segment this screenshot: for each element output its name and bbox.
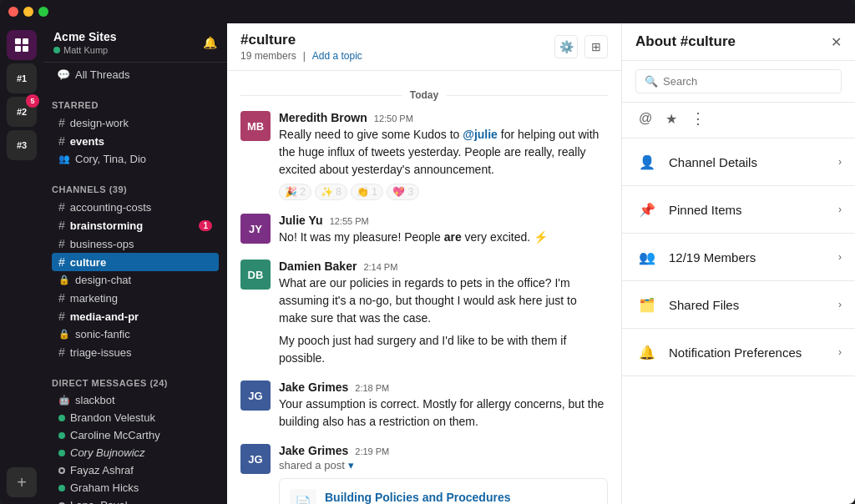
star-button[interactable]: ★ [662,108,680,130]
channel-sonic-fanfic[interactable]: 🔒 sonic-fanfic [52,325,219,343]
mention[interactable]: @julie [463,128,498,141]
reaction-heart[interactable]: 💖 3 [387,184,419,200]
shared-post-label: shared a post ▾ [279,459,608,471]
dm-section-label: DIRECT MESSAGES (24) [52,378,219,388]
chat-header-actions: ⚙️ ⊞ [554,35,608,58]
msg-content-1: Meredith Brown 12:50 PM Really need to g… [279,111,608,200]
right-panel-notification-prefs[interactable]: 🔔 Notification Preferences › [622,329,855,376]
more-options-button[interactable]: ⋮ [687,106,709,131]
workspace-name[interactable]: Acme Sites [53,30,116,43]
maximize-button[interactable] [38,7,48,17]
reactions: 🎉 2 ✨ 8 👏 1 💖 3 [279,184,608,200]
channel-design-chat[interactable]: 🔒 design-chat [52,271,219,289]
right-panel-pinned-items[interactable]: 📌 Pinned Items › [622,186,855,234]
notification-prefs-icon: 🔔 [635,340,659,364]
online-status-icon [58,485,65,491]
right-panel-header: About #culture ✕ [622,23,855,61]
app-icon-2[interactable]: #1 [7,63,37,93]
app-icon-3[interactable]: #2 5 [7,97,37,127]
dm-slackbot[interactable]: 🤖 slackbot [52,391,219,409]
shared-post-title[interactable]: Building Policies and Procedures [325,491,511,504]
msg-time: 2:18 PM [355,383,389,393]
search-icon: 🔍 [645,75,658,88]
chat-body: Today MB Meredith Brown 12:50 PM Really … [227,71,621,504]
starred-events[interactable]: # events [52,132,219,150]
search-input[interactable] [663,75,832,88]
add-topic-link[interactable]: Add a topic [312,50,362,62]
message-1: MB Meredith Brown 12:50 PM Really need t… [240,111,608,200]
channel-accounting-costs[interactable]: # accounting-costs [52,198,219,216]
close-panel-button[interactable]: ✕ [831,34,842,50]
pinned-items-label: Pinned Items [669,203,742,217]
right-panel-channel-details[interactable]: 👤 Channel Details › [622,139,855,186]
msg-text: Really need to give some Kudos to @julie… [279,126,608,179]
online-status-icon [58,415,65,421]
starred-dm-cory-tina-dio[interactable]: 👥 Cory, Tina, Dio [52,150,219,168]
bold-word: are [444,230,462,244]
avatar-damien: DB [240,260,271,290]
message-3: DB Damien Baker 2:14 PM What are our pol… [240,260,608,367]
minimize-button[interactable] [23,7,33,17]
online-status-icon [58,450,65,456]
reaction-sparkles[interactable]: ✨ 8 [315,184,347,200]
msg-content-5: Jake Grimes 2:19 PM shared a post ▾ 📄 Bu… [279,444,608,504]
channel-culture[interactable]: # culture [52,253,219,271]
dm-graham-hicks[interactable]: Graham Hicks [52,479,219,496]
starred-design-work[interactable]: # design-work [52,113,219,132]
starred-section: STARRED # design-work # events 👥 [43,87,227,171]
right-panel-title: About #culture [635,33,736,50]
settings-button[interactable]: ⚙️ [554,35,578,58]
right-panel-shared-files[interactable]: 🗂️ Shared Files › [622,281,855,329]
channel-media-and-pr[interactable]: # media-and-pr [52,307,219,325]
search-box: 🔍 [635,69,842,93]
meta-divider: | [303,50,306,62]
svg-rect-2 [15,46,21,52]
notification-prefs-label: Notification Preferences [669,345,802,360]
channel-triage-issues[interactable]: # triage-issues [52,343,219,361]
reaction-clap[interactable]: 👏 1 [351,184,383,200]
add-workspace-button[interactable]: + [7,467,37,497]
app-icons-sidebar: #1 #2 5 #3 + [0,23,43,504]
notification-bell-icon[interactable]: 🔔 [203,36,217,49]
main-chat: #culture 19 members | Add a topic ⚙️ ⊞ T… [227,23,621,504]
left-sidebar: Acme Sites Matt Kump 🔔 💬 All Threads [43,23,227,504]
dm-brandon-velestuk[interactable]: Brandon Velestuk [52,409,219,426]
close-button[interactable] [8,7,18,17]
right-panel-members[interactable]: 👥 12/19 Members › [622,234,855,281]
at-mention-button[interactable]: @ [635,108,655,129]
status-indicator [53,47,60,53]
msg-time: 12:55 PM [330,216,369,226]
pinned-items-icon: 📌 [635,198,659,221]
hash-icon: # [58,255,65,269]
channel-business-ops[interactable]: # business-ops [52,234,219,253]
app-icon-1[interactable] [7,30,37,60]
document-icon: 📄 [290,489,316,504]
dropdown-arrow[interactable]: ▾ [348,459,354,471]
app-icon-4[interactable]: #3 [7,130,37,160]
shared-files-label: Shared Files [669,298,739,312]
shared-files-icon: 🗂️ [635,293,659,316]
hash-icon: # [58,345,65,359]
all-threads-item[interactable]: 💬 All Threads [50,66,220,83]
channel-marketing[interactable]: # marketing [52,289,219,307]
reaction-party[interactable]: 🎉 2 [279,184,311,200]
msg-header-4: Jake Grimes 2:18 PM [279,381,608,394]
msg-author: Jake Grimes [279,444,348,457]
app-body: #1 #2 5 #3 + Acme Sites Matt Kump 🔔 [0,23,855,504]
channels-section: CHANNELS (39) # accounting-costs # brain… [43,171,227,365]
dm-lane-pavel[interactable]: Lane, Pavel [52,496,219,504]
dm-caroline-mccarthy[interactable]: Caroline McCarthy [52,426,219,444]
msg-time: 12:50 PM [374,113,413,123]
msg-text-p2: My pooch just had surgery and I'd like t… [279,332,608,367]
dm-cory-bujnowicz[interactable]: Cory Bujnowicz [52,444,219,461]
message-4: JG Jake Grimes 2:18 PM Your assumption i… [240,381,608,431]
chevron-right-icon: › [838,156,842,168]
channel-brainstorming[interactable]: # brainstorming 1 [52,216,219,234]
channels-section-label: CHANNELS (39) [52,184,219,194]
slackbot-icon: 🤖 [58,395,70,406]
dm-fayaz-ashraf[interactable]: Fayaz Ashraf [52,461,219,479]
layout-button[interactable]: ⊞ [584,35,608,58]
chevron-right-icon: › [838,299,842,310]
lock-icon: 🔒 [58,275,70,285]
msg-text: What are our policies in regards to pets… [279,275,608,327]
